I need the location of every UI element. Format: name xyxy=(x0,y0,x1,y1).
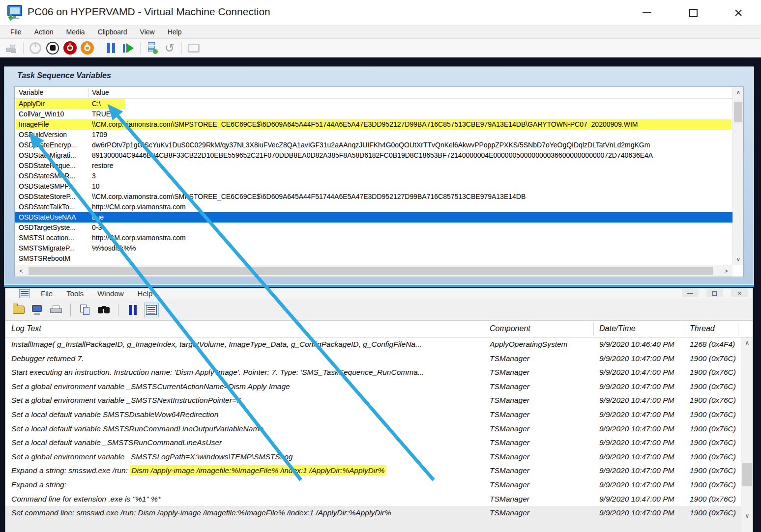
menu-item-view[interactable]: View xyxy=(134,28,161,36)
maximize-button[interactable] xyxy=(678,0,708,26)
step-button[interactable] xyxy=(121,41,136,56)
ctrl-alt-del-button[interactable] xyxy=(4,41,19,56)
column-header-component[interactable]: Component xyxy=(490,324,530,333)
ts-variable-row[interactable]: ImageFile\\CM.corp.viamonstra.com\SMPSTO… xyxy=(15,119,732,130)
minimize-button[interactable] xyxy=(632,0,662,26)
cmtrace-close-button[interactable]: × xyxy=(731,289,748,297)
close-button[interactable]: × xyxy=(724,0,753,26)
column-divider[interactable] xyxy=(484,322,484,336)
maximize-icon xyxy=(689,9,698,17)
scroll-up-icon[interactable]: ∧ xyxy=(741,337,753,348)
log-row[interactable]: Set command line: smsswd.exe /run: Dism … xyxy=(5,506,741,520)
log-row[interactable]: Set a global environment variable _SMSTS… xyxy=(5,450,741,464)
log-row[interactable]: Debugger returned 7.TSManager9/9/2020 10… xyxy=(5,352,741,366)
enhanced-session-button[interactable] xyxy=(186,41,201,56)
start-button[interactable] xyxy=(28,41,43,56)
component-cell: TSManager xyxy=(490,422,590,436)
menu-item-action[interactable]: Action xyxy=(28,28,60,36)
ts-variable-row[interactable]: OSDStateSMPR...3 xyxy=(15,171,732,181)
ts-variable-row[interactable]: OSDStateSMPP...10 xyxy=(15,181,732,192)
column-divider[interactable] xyxy=(88,88,89,97)
scroll-down-icon[interactable]: ∨ xyxy=(741,510,753,521)
log-row[interactable]: Command line for extension .exe is "%1" … xyxy=(5,492,741,506)
cmtrace-window-buttons: × xyxy=(682,289,748,297)
stop-button[interactable] xyxy=(45,41,60,56)
log-row[interactable]: Set a local default variable SMSTSDisabl… xyxy=(5,408,741,422)
menu-item-help[interactable]: Help xyxy=(161,28,188,36)
log-row[interactable]: InstallImage( g_InstallPackageID, g_Imag… xyxy=(5,337,741,352)
column-header-datetime[interactable]: Date/Time xyxy=(599,324,636,333)
scrollbar-thumb[interactable] xyxy=(29,267,713,275)
log-row[interactable]: Set a local default variable _SMSTSRunCo… xyxy=(5,436,741,450)
open-file-button[interactable] xyxy=(11,303,26,317)
variable-value: dw6rPOtv7p1gGiScYuKv1DuS0C029RkM/qy37NL3… xyxy=(92,140,732,150)
log-vertical-scrollbar[interactable]: ∧ ∨ xyxy=(741,337,753,532)
scroll-to-bottom-button[interactable] xyxy=(144,303,159,317)
column-divider[interactable] xyxy=(684,322,684,336)
start-power-icon xyxy=(29,42,41,54)
column-divider[interactable] xyxy=(738,322,738,336)
ts-variable-row[interactable]: SMSTSLocation...http://CM.corp.viamonstr… xyxy=(15,233,732,243)
print-button[interactable] xyxy=(49,303,63,317)
component-cell: TSManager xyxy=(490,380,590,394)
scroll-up-icon[interactable]: ∧ xyxy=(733,87,744,98)
column-header-variable[interactable]: Variable xyxy=(19,88,43,96)
revert-button[interactable]: ↺ xyxy=(162,41,177,56)
toolbar-separator xyxy=(70,304,71,316)
remote-connect-button[interactable] xyxy=(30,303,45,317)
datetime-cell: 9/9/2020 10:47:00 PM xyxy=(599,352,682,366)
pause-button[interactable] xyxy=(104,41,118,56)
variable-value: \\CM.corp.viamonstra.com\SMPSTOREE_CE6C6… xyxy=(92,119,732,130)
printer-icon xyxy=(50,306,62,314)
column-header-thread[interactable]: Thread xyxy=(690,324,715,333)
cmtrace-menu-item-tools[interactable]: Tools xyxy=(59,288,90,298)
log-row[interactable]: Start executing an instruction. Instruct… xyxy=(5,365,741,380)
copy-button[interactable] xyxy=(78,303,92,317)
log-row[interactable]: Set a global environment variable _SMSTS… xyxy=(5,393,741,408)
column-divider[interactable] xyxy=(593,322,594,336)
ts-variable-row[interactable]: SMSTSMigrateP...%%osdisk%% xyxy=(15,243,732,253)
ts-variable-row[interactable]: OSDStateReque...restore xyxy=(15,161,732,171)
scrollbar-thumb[interactable] xyxy=(742,463,752,486)
turn-off-button[interactable] xyxy=(62,41,77,56)
find-button[interactable] xyxy=(96,303,111,317)
log-row[interactable]: Set a global environment variable _SMSTS… xyxy=(5,380,741,394)
ts-variable-row[interactable]: OSDStateUseNAAtrue xyxy=(15,212,732,223)
ts-variable-row[interactable]: SMSTSRebootM xyxy=(15,253,732,264)
variable-value: %%osdisk%% xyxy=(92,243,732,253)
variable-value: restore xyxy=(92,161,732,171)
checkpoint-button[interactable] xyxy=(145,41,160,56)
scroll-right-icon[interactable]: > xyxy=(721,266,732,277)
cmtrace-menu-item-help[interactable]: Help xyxy=(131,288,160,298)
pause-log-button[interactable] xyxy=(125,303,140,317)
ts-variable-row[interactable]: OSDStateMigrati...891300004C9446B84CB8F3… xyxy=(15,150,732,161)
ts-horizontal-scrollbar[interactable]: < > xyxy=(15,265,732,277)
ts-variable-row[interactable]: ApplyDirC:\ xyxy=(15,99,732,109)
log-row[interactable]: Expand a string: smsswd.exe /run: Dism /… xyxy=(5,464,741,478)
cmtrace-menu-item-window[interactable]: Window xyxy=(90,288,130,298)
log-row[interactable]: Set a local default variable SMSTSRunCom… xyxy=(5,422,741,436)
menu-item-clipboard[interactable]: Clipboard xyxy=(91,28,134,36)
ts-variable-row[interactable]: OSBuildVersion1709 xyxy=(15,130,732,140)
log-row[interactable] xyxy=(5,520,741,532)
cmtrace-restore-button[interactable] xyxy=(706,289,723,297)
scrollbar-thumb[interactable] xyxy=(734,102,742,122)
ts-variable-row[interactable]: OSDStateEncryp...dw6rPOtv7p1gGiScYuKv1Du… xyxy=(15,140,732,150)
ts-variable-row[interactable]: OSDTargetSyste...0-3 xyxy=(15,223,732,233)
scroll-left-icon[interactable]: < xyxy=(16,266,27,277)
menu-item-media[interactable]: Media xyxy=(59,28,91,36)
log-text-cell: Set a local default variable SMSTSDisabl… xyxy=(11,408,482,422)
scroll-down-icon[interactable]: ∨ xyxy=(733,254,744,265)
ts-variable-row[interactable]: OSDStateStoreP...\\CM.corp.viamonstra.co… xyxy=(15,192,732,202)
ts-variable-row[interactable]: OSDStateTalkTo...http://CM.corp.viamonst… xyxy=(15,202,732,212)
cmtrace-minimize-button[interactable] xyxy=(682,289,699,297)
column-header-logtext[interactable]: Log Text xyxy=(11,324,41,333)
menu-item-file[interactable]: File xyxy=(4,28,28,36)
datetime-cell: 9/9/2020 10:47:00 PM xyxy=(599,478,682,492)
column-header-value[interactable]: Value xyxy=(92,88,109,96)
shut-down-button[interactable] xyxy=(80,41,94,56)
cmtrace-menu-item-file[interactable]: File xyxy=(34,288,59,298)
log-row[interactable]: Expand a string:TSManager9/9/2020 10:47:… xyxy=(5,478,741,492)
ts-vertical-scrollbar[interactable]: ∧ ∨ xyxy=(732,87,743,265)
ts-variable-row[interactable]: CollVar_Win10TRUE xyxy=(15,109,732,119)
